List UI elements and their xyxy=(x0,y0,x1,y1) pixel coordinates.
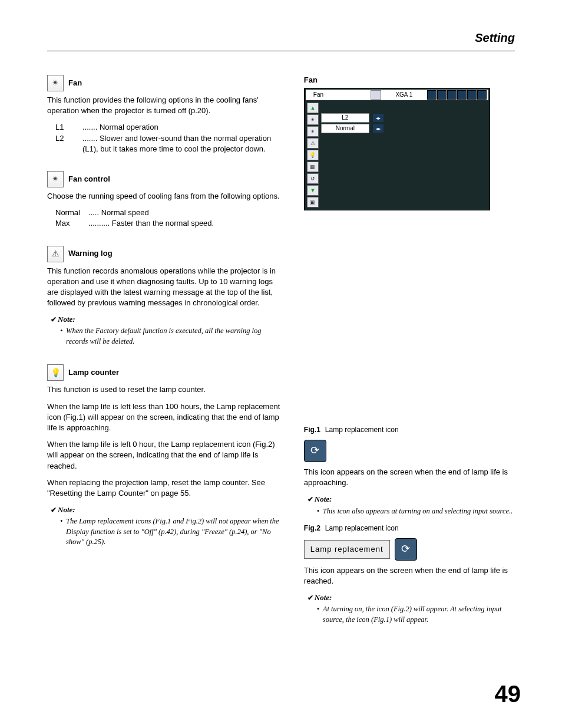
fig2-label: Fig.2Lamp replacement icon xyxy=(304,523,515,533)
osd-item-icon: ▦ xyxy=(307,162,319,172)
osd-exit-icon: ▣ xyxy=(307,197,319,207)
osd-top-icon xyxy=(437,90,447,100)
osd-top-icon xyxy=(427,90,437,100)
lamp-counter-p2: When the lamp life is left less than 100… xyxy=(47,401,280,434)
fan-control-option-key: Normal xyxy=(55,207,88,218)
osd-item-icon: ↺ xyxy=(307,173,319,184)
page-header-title: Setting xyxy=(47,29,515,46)
warning-note: •When the Factory default function is ex… xyxy=(60,326,280,347)
lamp-counter-note: •The Lamp replacement icons (Fig.1 and F… xyxy=(60,516,280,548)
osd-title: Fan xyxy=(304,75,515,85)
fan-options: L1 ....... Normal operation L2 ....... S… xyxy=(55,122,280,154)
fan-desc: This function provides the following opt… xyxy=(47,95,280,116)
osd-arrow-icon: ◂▸ xyxy=(373,124,384,133)
lamp-replacement-icon: ⟳ xyxy=(304,440,326,462)
osd-value-l2: L2 xyxy=(321,113,369,123)
fan-option-key: L1 xyxy=(55,122,82,133)
note-label: Note: xyxy=(51,505,280,515)
fan-option-key: L2 xyxy=(55,133,82,154)
fan-off-icon: ✴ xyxy=(47,75,64,91)
osd-mode: XGA 1 xyxy=(384,91,425,99)
osd-top-label: Fan xyxy=(308,91,368,99)
fig2-desc: This icon appears on the screen when the… xyxy=(304,565,515,587)
osd-down-icon: ▼ xyxy=(307,185,319,196)
page-number: 49 xyxy=(495,677,521,710)
header-rule xyxy=(47,51,515,51)
osd-mini-icon xyxy=(371,90,381,100)
lamp-counter-p3: When the lamp life is left 0 hour, the L… xyxy=(47,439,280,472)
osd-fan-icon: ✴ xyxy=(307,114,319,125)
osd-top-icon xyxy=(477,90,487,100)
fan-control-options: Normal ..... Normal speed Max ..........… xyxy=(55,207,280,229)
fig1-label: Fig.1Lamp replacement icon xyxy=(304,425,515,435)
osd-fan-icon: ✴ xyxy=(307,126,319,137)
osd-up-icon: ▲ xyxy=(307,103,319,113)
warning-log-title: Warning log xyxy=(68,248,113,259)
lamp-replacement-icon: ⟳ xyxy=(395,538,417,561)
fan-control-icon: ✴ xyxy=(47,171,64,187)
osd-warning-icon: ⚠ xyxy=(307,138,319,149)
fig1-desc: This icon appears on the screen when the… xyxy=(304,467,515,488)
lamp-counter-icon: 💡 xyxy=(47,364,64,381)
fig2-note: •At turning on, the icon (Fig.2) will ap… xyxy=(317,604,515,625)
fig1-note: •This icon also appears at turning on an… xyxy=(317,506,515,517)
fan-control-title: Fan control xyxy=(68,174,110,185)
osd-top-icon xyxy=(447,90,457,100)
fan-title: Fan xyxy=(68,78,82,88)
osd-arrow-icon: ◂▸ xyxy=(373,114,384,122)
note-label: Note: xyxy=(308,494,515,505)
osd-top-icon xyxy=(467,90,477,100)
lamp-counter-p4: When replacing the projection lamp, rese… xyxy=(47,477,280,499)
note-label: Note: xyxy=(51,314,280,325)
fan-control-option-key: Max xyxy=(55,218,88,229)
note-label: Note: xyxy=(308,592,515,603)
lamp-counter-title: Lamp counter xyxy=(68,367,119,378)
osd-lamp-icon: 💡 xyxy=(307,150,319,160)
warning-icon: ⚠ xyxy=(47,246,64,262)
osd-value-normal: Normal xyxy=(321,124,369,133)
lamp-counter-p1: This function is used to reset the lamp … xyxy=(47,384,280,395)
osd-screenshot: Fan XGA 1 ▲ ✴ xyxy=(304,88,490,210)
osd-top-icon xyxy=(457,90,467,100)
fan-control-desc: Choose the running speed of cooling fans… xyxy=(47,191,280,202)
warning-log-desc: This function records anomalous operatio… xyxy=(47,266,280,309)
lamp-replacement-box: Lamp replacement xyxy=(304,540,390,559)
